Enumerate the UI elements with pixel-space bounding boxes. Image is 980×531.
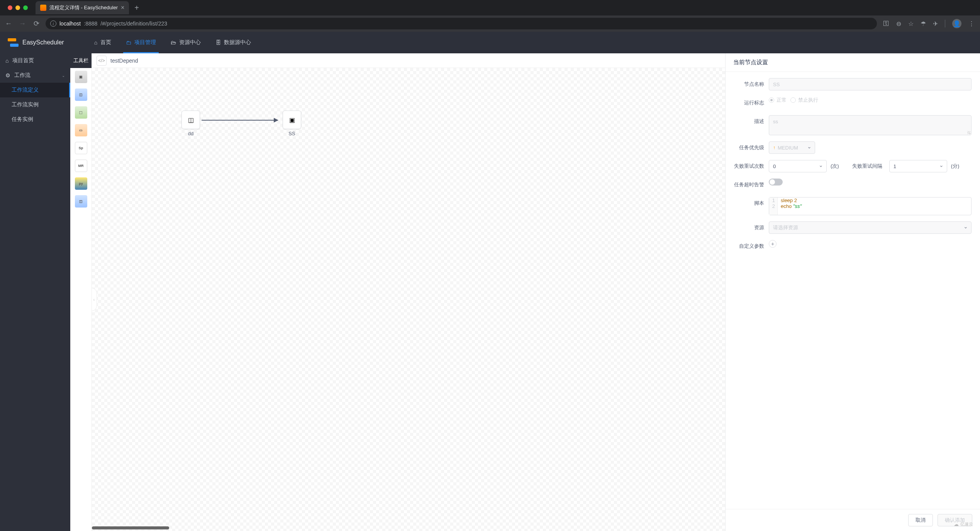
nav-home[interactable]: ⌂ 首页 bbox=[87, 32, 118, 53]
tool-python[interactable]: py bbox=[70, 175, 92, 192]
sidebar-item-workflow-definition[interactable]: 工作流定义 bbox=[0, 83, 70, 97]
label-resources: 资源 bbox=[734, 221, 769, 234]
close-window-button[interactable] bbox=[8, 5, 12, 10]
url-port: :8888 bbox=[84, 20, 97, 27]
description-input[interactable]: ss bbox=[769, 115, 972, 135]
tool-procedure[interactable]: ⬚ bbox=[70, 104, 92, 121]
content-column: </> testDepend ‹ ◫ dd ▣ SS bbox=[92, 53, 725, 531]
tab-bar: 流程定义详情 - EasyScheduler × + bbox=[0, 0, 980, 15]
sidebar-item-task-instance[interactable]: 任务实例 bbox=[0, 112, 70, 127]
app-body: ⌂ 项目首页 ⚙ 工作流 ⌄ 工作流定义 工作流实例 任务实例 工具栏 ▣ ◫ … bbox=[0, 53, 980, 531]
minimize-window-button[interactable] bbox=[15, 5, 20, 10]
url-input[interactable]: i localhost:8888/#/projects/definition/l… bbox=[46, 18, 877, 29]
label-retry-times: 失败重试次数 bbox=[734, 160, 769, 172]
logo-icon bbox=[8, 38, 19, 47]
radio-forbid[interactable]: 禁止执行 bbox=[790, 97, 818, 104]
site-info-icon[interactable]: i bbox=[50, 20, 56, 27]
address-bar: ← → ⟳ i localhost:8888/#/projects/defini… bbox=[0, 15, 980, 32]
tool-dependent[interactable]: ◫ bbox=[70, 192, 92, 210]
nav-label: 首页 bbox=[100, 39, 111, 46]
home-icon: ⌂ bbox=[94, 39, 97, 46]
horizontal-scrollbar[interactable] bbox=[92, 526, 169, 529]
tool-spark[interactable]: Sp bbox=[70, 139, 92, 157]
sql-icon: ▭ bbox=[75, 124, 87, 136]
python-icon: py bbox=[75, 177, 87, 190]
close-tab-icon[interactable]: × bbox=[121, 4, 124, 11]
dag-edge[interactable] bbox=[202, 120, 278, 121]
sidebar-item-label: 工作流实例 bbox=[12, 101, 39, 108]
favicon-icon bbox=[40, 5, 46, 11]
retry-interval-select[interactable]: 1 bbox=[889, 160, 947, 172]
folder-open-icon: 🗁 bbox=[171, 39, 176, 46]
shell-icon: ▣ bbox=[75, 71, 87, 83]
radio-dot-icon bbox=[769, 97, 774, 103]
subprocess-icon: ◫ bbox=[181, 111, 200, 129]
menu-icon[interactable]: ⋮ bbox=[968, 20, 975, 27]
sidebar: ⌂ 项目首页 ⚙ 工作流 ⌄ 工作流定义 工作流实例 任务实例 bbox=[0, 53, 70, 531]
tool-sql[interactable]: ▭ bbox=[70, 121, 92, 139]
label-run-flag: 运行标志 bbox=[734, 97, 769, 109]
resources-select[interactable]: 请选择资源 bbox=[769, 221, 972, 234]
forward-button[interactable]: → bbox=[18, 20, 27, 28]
node-name-input[interactable]: SS bbox=[769, 78, 972, 90]
priority-select[interactable]: ↑ MEDIUM bbox=[769, 141, 815, 154]
procedure-icon: ⬚ bbox=[75, 106, 87, 119]
url-path: /#/projects/definition/list/223 bbox=[100, 20, 167, 27]
app-header: EasyScheduler ⌂ 首页 🗀 项目管理 🗁 资源中心 🗄 数据源中心 bbox=[0, 32, 980, 53]
profile-button[interactable]: 👤 bbox=[952, 19, 961, 28]
label-custom-params: 自定义参数 bbox=[734, 240, 769, 252]
code-view-button[interactable]: </> bbox=[97, 56, 107, 66]
sidebar-item-label: 任务实例 bbox=[12, 116, 33, 123]
dag-canvas[interactable]: ‹ ◫ dd ▣ SS bbox=[92, 68, 725, 531]
chevron-down-icon: ⌄ bbox=[62, 73, 65, 78]
script-editor[interactable]: 1 sleep 2 2 echo "ss" bbox=[769, 197, 972, 215]
arrow-up-icon: ↑ bbox=[773, 145, 775, 150]
dag-node-ss[interactable]: ▣ SS bbox=[282, 111, 302, 136]
maximize-window-button[interactable] bbox=[23, 5, 28, 10]
extension-bird-icon[interactable]: ✈ bbox=[933, 20, 938, 27]
node-toolbar: 工具栏 ▣ ◫ ⬚ ▭ Sp MR py ◫ bbox=[70, 53, 92, 531]
sidebar-item-workflow[interactable]: ⚙ 工作流 ⌄ bbox=[0, 68, 70, 83]
bookmark-icon[interactable]: ☆ bbox=[908, 20, 914, 27]
cancel-button[interactable]: 取消 bbox=[908, 514, 933, 526]
nav-label: 资源中心 bbox=[179, 39, 201, 46]
extension-umbrella-icon[interactable]: ☂ bbox=[921, 20, 926, 27]
browser-chrome: 流程定义详情 - EasyScheduler × + ← → ⟳ i local… bbox=[0, 0, 980, 32]
brand-logo[interactable]: EasyScheduler bbox=[8, 38, 64, 47]
new-tab-button[interactable]: + bbox=[134, 3, 139, 12]
separator bbox=[945, 20, 945, 27]
top-nav: ⌂ 首页 🗀 项目管理 🗁 资源中心 🗄 数据源中心 bbox=[87, 32, 258, 53]
zoom-icon[interactable]: ⊖ bbox=[896, 20, 901, 27]
nav-projects[interactable]: 🗀 项目管理 bbox=[119, 32, 163, 53]
breadcrumb: </> testDepend bbox=[92, 53, 725, 68]
sidebar-item-label: 项目首页 bbox=[12, 57, 34, 64]
nav-label: 项目管理 bbox=[134, 39, 156, 46]
nav-resources[interactable]: 🗁 资源中心 bbox=[164, 32, 208, 53]
node-label: dd bbox=[181, 131, 201, 136]
window-controls bbox=[4, 5, 32, 10]
label-description: 描述 bbox=[734, 115, 769, 128]
nav-datasource[interactable]: 🗄 数据源中心 bbox=[209, 32, 258, 53]
workflow-name: testDepend bbox=[110, 58, 138, 64]
sidebar-item-workflow-instance[interactable]: 工作流实例 bbox=[0, 97, 70, 112]
reload-button[interactable]: ⟳ bbox=[32, 19, 41, 28]
tool-shell[interactable]: ▣ bbox=[70, 68, 92, 86]
key-icon[interactable]: ⚿ bbox=[883, 20, 889, 27]
sidebar-item-project-home[interactable]: ⌂ 项目首页 bbox=[0, 53, 70, 68]
browser-tab[interactable]: 流程定义详情 - EasyScheduler × bbox=[36, 1, 129, 14]
radio-normal[interactable]: 正常 bbox=[769, 97, 787, 104]
label-priority: 任务优先级 bbox=[734, 141, 769, 154]
confirm-button[interactable]: 确认添加 bbox=[938, 514, 972, 526]
sidebar-item-label: 工作流定义 bbox=[12, 87, 39, 94]
line-number: 1 bbox=[769, 197, 778, 203]
retry-times-select[interactable]: 0 bbox=[769, 160, 827, 172]
sidebar-item-label: 工作流 bbox=[14, 72, 31, 79]
add-param-button[interactable]: + bbox=[769, 240, 777, 248]
tool-mr[interactable]: MR bbox=[70, 157, 92, 175]
line-number: 2 bbox=[769, 203, 778, 209]
timeout-switch[interactable] bbox=[769, 179, 783, 186]
dag-node-dd[interactable]: ◫ dd bbox=[181, 111, 201, 136]
back-button[interactable]: ← bbox=[4, 20, 13, 28]
gear-icon: ⚙ bbox=[5, 72, 10, 78]
tool-subprocess[interactable]: ◫ bbox=[70, 86, 92, 104]
